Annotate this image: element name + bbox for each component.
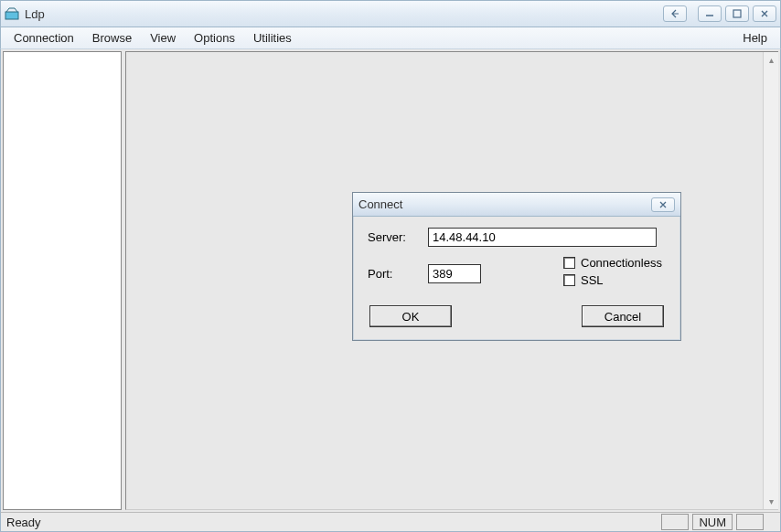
checkbox-icon [563,274,575,286]
cancel-button[interactable]: Cancel [582,305,664,327]
menubar: Connection Browse View Options Utilities… [0,27,781,49]
menu-utilities[interactable]: Utilities [244,29,301,47]
port-input[interactable] [428,264,481,283]
window-controls [663,5,776,22]
client-area: ▴ ▾ Connect Server: Port: [0,49,781,512]
status-numlock: NUM [692,514,733,530]
connectionless-label: Connectionless [581,256,662,270]
app-icon [5,6,19,21]
dialog-titlebar: Connect [353,193,680,217]
connectionless-checkbox[interactable]: Connectionless [563,256,662,270]
minimize-button[interactable] [698,5,722,22]
svg-rect-0 [5,12,18,19]
svg-rect-2 [733,10,741,17]
dialog-title: Connect [358,197,402,211]
status-text: Ready [1,516,659,529]
maximize-button[interactable] [725,5,749,22]
dialog-close-button[interactable] [651,197,675,212]
statusbar: Ready NUM [0,512,781,532]
output-pane: ▴ ▾ Connect Server: Port: [125,51,778,510]
ssl-checkbox[interactable]: SSL [563,273,662,287]
vertical-scrollbar[interactable]: ▴ ▾ [763,52,778,509]
close-button[interactable] [753,5,776,22]
scroll-up-icon[interactable]: ▴ [764,52,778,68]
status-cell-empty2 [736,514,764,530]
server-input[interactable] [428,228,657,247]
checkbox-icon [563,257,575,269]
titlebar: Ldp [0,0,781,27]
dialog-body: Server: Port: Connectionless SSL [353,217,680,340]
port-label: Port: [368,267,428,281]
scroll-down-icon[interactable]: ▾ [764,494,778,509]
menu-options[interactable]: Options [185,29,244,47]
menu-browse[interactable]: Browse [83,29,141,47]
tree-pane[interactable] [3,51,122,510]
connect-dialog: Connect Server: Port: Conn [352,192,681,341]
cancel-label: Cancel [604,310,641,324]
server-label: Server: [368,230,428,244]
resize-grip[interactable] [765,514,780,530]
ok-label: OK [402,310,420,324]
status-cell-empty1 [661,514,689,530]
back-button[interactable] [663,5,687,22]
window-title: Ldp [25,7,663,21]
menu-connection[interactable]: Connection [5,29,83,47]
ssl-label: SSL [581,273,604,287]
menu-view[interactable]: View [141,29,185,47]
ok-button[interactable]: OK [369,305,452,327]
menu-help[interactable]: Help [733,29,776,47]
